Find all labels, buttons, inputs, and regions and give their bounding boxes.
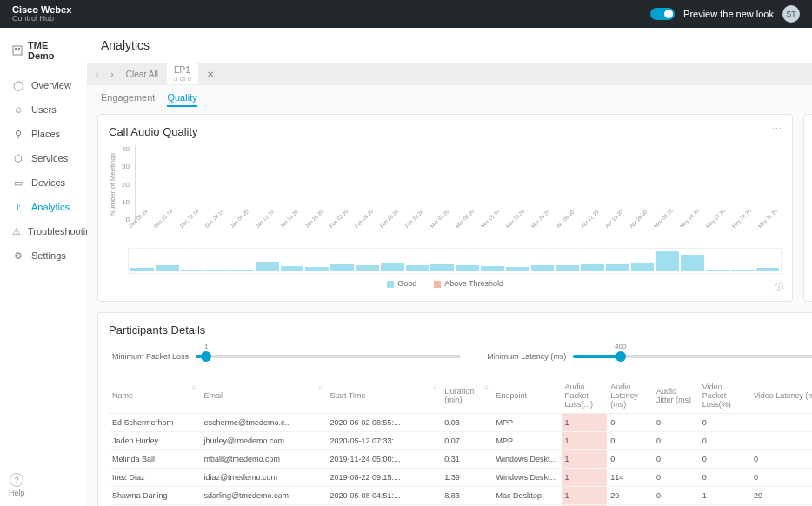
table-header[interactable]: Endpoint bbox=[492, 378, 561, 414]
brand: Cisco Webex Control Hub bbox=[12, 4, 71, 23]
table-row[interactable]: Shawna Darlingsdarling@tmedemo.com2020-0… bbox=[109, 487, 812, 505]
chart-overview[interactable] bbox=[128, 248, 782, 274]
calls-above-threshold-card: Calls Above Threshold ⋯ Period⌕Name⌕Emai… bbox=[803, 114, 812, 302]
clear-all-button[interactable]: Clear All bbox=[126, 70, 158, 79]
preview-toggle[interactable] bbox=[650, 8, 675, 20]
top-bar: Cisco Webex Control Hub Preview the new … bbox=[0, 0, 812, 28]
nav-icon: ⬡ bbox=[12, 152, 24, 164]
latency-slider[interactable]: 400 bbox=[573, 355, 812, 358]
legend-good: Good bbox=[387, 279, 416, 288]
nav-icon: ⚲ bbox=[12, 128, 24, 140]
search-icon[interactable]: ⌕ bbox=[192, 383, 196, 390]
avatar[interactable]: ST bbox=[782, 5, 800, 23]
search-icon[interactable]: ⌕ bbox=[484, 383, 489, 390]
sidebar-item-devices[interactable]: ▭Devices bbox=[0, 170, 87, 195]
svg-rect-0 bbox=[13, 46, 22, 55]
table-header[interactable]: Audio Packet Loss(...) bbox=[562, 378, 608, 414]
card-title: Call Audio Quality bbox=[109, 125, 782, 138]
chart-ylabel: Number of Meetings bbox=[109, 145, 116, 223]
table-header[interactable]: Video Latency (ms) bbox=[750, 378, 812, 414]
nav-icon: ▭ bbox=[12, 176, 24, 189]
filter-bar: ‹ › Clear All EP1 3 of 8 ✕ ⌕ bbox=[87, 63, 812, 85]
sidebar-item-services[interactable]: ⬡Services bbox=[0, 146, 87, 170]
help-button[interactable]: ? Help bbox=[9, 473, 25, 497]
sidebar: TME Demo ◯Overview☺Users⚲Places⬡Services… bbox=[0, 28, 87, 506]
table-header[interactable]: Email⌕ bbox=[200, 378, 326, 414]
sidebar-item-users[interactable]: ☺Users bbox=[0, 97, 87, 122]
table-row[interactable]: Jaden Hurleyjhurley@tmedemo.com2020-05-1… bbox=[109, 432, 812, 450]
card-title: Participants Details bbox=[109, 323, 812, 336]
table-header[interactable]: Duration (min)⌕ bbox=[441, 378, 492, 414]
page-title: Analytics bbox=[101, 38, 150, 52]
sidebar-item-analytics[interactable]: ⫯Analytics bbox=[0, 195, 87, 219]
search-icon[interactable]: ⌕ bbox=[433, 383, 437, 390]
table-header[interactable]: Name⌕ bbox=[109, 378, 200, 414]
main-content: Analytics MeetingsMessagingCallingDevice… bbox=[87, 28, 812, 506]
sidebar-item-overview[interactable]: ◯Overview bbox=[0, 73, 87, 97]
subtab-engagement[interactable]: Engagement bbox=[101, 92, 155, 107]
table-header[interactable]: Video Packet Loss(%) bbox=[699, 378, 750, 414]
sidebar-item-places[interactable]: ⚲Places bbox=[0, 122, 87, 146]
participants-table: Name⌕Email⌕Start Time⌕Duration (min)⌕End… bbox=[109, 378, 812, 506]
close-icon[interactable]: ✕ bbox=[207, 70, 214, 79]
sidebar-item-settings[interactable]: ⚙Settings bbox=[0, 243, 87, 268]
sidebar-item-troubleshooting[interactable]: ⚠Troubleshooting bbox=[0, 219, 87, 243]
org-icon bbox=[12, 45, 23, 56]
svg-rect-1 bbox=[15, 48, 17, 50]
more-icon[interactable]: ⋯ bbox=[772, 123, 782, 135]
filter-chip[interactable]: EP1 3 of 8 bbox=[167, 63, 198, 84]
nav-icon: ⚙ bbox=[12, 250, 24, 262]
slider-label: Minimum Latency (ms) bbox=[487, 352, 566, 361]
legend-above: Above Threshold bbox=[434, 279, 503, 288]
help-icon: ? bbox=[10, 473, 23, 487]
table-row[interactable]: Melinda Ballmball@tmedemo.com2019-11-24 … bbox=[109, 450, 812, 469]
call-audio-quality-card: Call Audio Quality ⋯ Number of Meetings … bbox=[97, 114, 793, 302]
filter-next-icon[interactable]: › bbox=[110, 70, 113, 79]
nav-icon: ⚠ bbox=[12, 225, 21, 237]
table-row[interactable]: Inez Diazidiaz@tmedemo.com2019-08-22 09:… bbox=[109, 469, 812, 487]
filter-prev-icon[interactable]: ‹ bbox=[96, 70, 98, 79]
table-header[interactable]: Audio Latency (ms) bbox=[607, 378, 653, 414]
table-row[interactable]: Ed Schermerhornescherme@tmedemo.c...2020… bbox=[109, 414, 812, 432]
org-name: TME Demo bbox=[0, 40, 87, 73]
table-header[interactable]: Audio Jitter (ms) bbox=[653, 378, 699, 414]
nav-icon: ⫯ bbox=[12, 201, 24, 213]
search-icon[interactable]: ⌕ bbox=[318, 383, 323, 390]
slider-label: Minimum Packet Loss bbox=[112, 352, 189, 361]
participants-details-card: Participants Details ⋯ Minimum Packet Lo… bbox=[97, 312, 812, 506]
chart-bars bbox=[135, 145, 782, 223]
nav-icon: ☺ bbox=[12, 103, 24, 116]
svg-rect-2 bbox=[18, 48, 20, 50]
preview-label: Preview the new look bbox=[683, 9, 774, 19]
subtab-quality[interactable]: Quality bbox=[167, 92, 196, 107]
table-header[interactable]: Start Time⌕ bbox=[326, 378, 441, 414]
packet-loss-slider[interactable]: 1 bbox=[196, 355, 461, 358]
nav-icon: ◯ bbox=[12, 79, 24, 91]
info-icon[interactable]: ⓘ bbox=[775, 282, 783, 294]
